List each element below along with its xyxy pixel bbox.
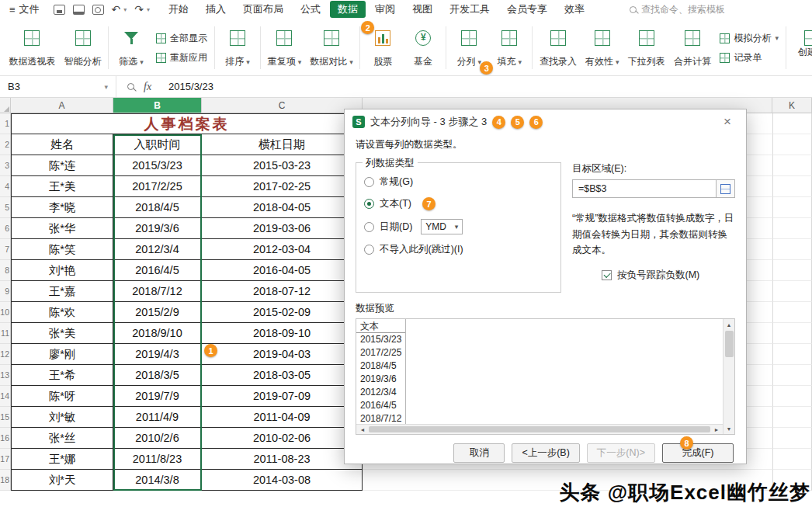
cell-dash-date[interactable]: 2011-04-09 xyxy=(202,407,363,428)
menu-tab[interactable]: 开始 xyxy=(161,1,196,18)
ribbon-button[interactable]: 基金 xyxy=(403,20,443,75)
row-number[interactable]: 4 xyxy=(0,176,11,197)
cell-join-date[interactable]: 2015/3/23 xyxy=(113,155,202,176)
menu-tab[interactable]: 插入 xyxy=(198,1,234,18)
empty-cell[interactable] xyxy=(772,428,812,449)
preview-column-header[interactable]: 文本 xyxy=(356,319,405,333)
cell-name[interactable]: 王*娜 xyxy=(11,449,113,470)
row-number[interactable]: 5 xyxy=(0,197,11,218)
save-icon[interactable] xyxy=(54,5,65,15)
file-menu[interactable]: ≡ 文件 xyxy=(6,2,43,16)
menu-tab[interactable]: 公式 xyxy=(293,1,328,18)
empty-cell[interactable] xyxy=(772,134,812,155)
cell-name[interactable]: 王*嘉 xyxy=(11,281,113,302)
cell-join-date[interactable]: 2019/7/9 xyxy=(113,386,202,407)
cell-join-date[interactable]: 2016/4/5 xyxy=(113,260,202,281)
cell-dash-date[interactable]: 2019-04-03 xyxy=(202,344,363,365)
cell-join-date[interactable]: 2014/3/8 xyxy=(113,470,202,491)
ribbon-button[interactable]: 排序▾ xyxy=(217,20,258,75)
scroll-left-icon[interactable]: ◄ xyxy=(358,425,367,434)
scroll-up-icon[interactable]: ▲ xyxy=(724,319,734,330)
cell-dash-date[interactable]: 2014-03-08 xyxy=(202,470,363,491)
cell-name[interactable]: 陈*欢 xyxy=(11,302,113,323)
cell-dash-date[interactable]: 2011-08-23 xyxy=(202,449,363,470)
cell-dash-date[interactable]: 2015-02-09 xyxy=(202,302,363,323)
cell-name[interactable]: 王*希 xyxy=(11,365,113,386)
cell-dash-date[interactable]: 2019-07-09 xyxy=(202,386,363,407)
empty-cell[interactable] xyxy=(772,323,812,344)
close-icon[interactable]: × xyxy=(717,114,738,130)
empty-cell[interactable] xyxy=(772,386,812,407)
command-search[interactable]: 查找命令、搜索模板 xyxy=(630,3,806,16)
print-icon[interactable] xyxy=(73,5,85,15)
cell-name[interactable]: 陈*笑 xyxy=(11,239,113,260)
insert-function-button[interactable]: fx xyxy=(144,81,151,93)
cell-dash-date[interactable]: 2018-04-05 xyxy=(202,197,363,218)
column-header-A[interactable]: A xyxy=(11,98,113,113)
menu-tab[interactable]: 效率 xyxy=(557,1,592,18)
row-number[interactable]: 8 xyxy=(0,260,11,281)
ribbon-button[interactable]: 重复项▾ xyxy=(263,20,306,75)
undo-icon[interactable]: ↶ xyxy=(112,4,121,15)
menu-tab[interactable]: 数据 xyxy=(330,1,366,18)
search-icon[interactable] xyxy=(127,83,134,90)
cell-dash-date[interactable]: 2018-07-12 xyxy=(202,281,363,302)
empty-cell[interactable] xyxy=(772,176,812,197)
scroll-right-icon[interactable]: ► xyxy=(712,425,721,434)
table-header-cell[interactable]: 入职时间 xyxy=(113,134,202,155)
cell-name[interactable]: 张*丝 xyxy=(11,428,113,449)
ribbon-button[interactable]: 数据透视表 xyxy=(5,20,60,75)
ribbon-button[interactable]: 数据对比▾ xyxy=(306,20,358,75)
cell-dash-date[interactable]: 2018-09-10 xyxy=(202,323,363,344)
cell-name[interactable]: 王*美 xyxy=(11,176,113,197)
formula-value[interactable]: 2015/3/23 xyxy=(162,81,213,92)
ribbon-button[interactable]: 模拟分析▾ xyxy=(720,32,779,45)
ribbon-button[interactable]: 合并计算 xyxy=(669,20,715,75)
empty-cell[interactable] xyxy=(772,239,812,260)
row-number[interactable]: 16 xyxy=(0,428,11,449)
menu-tab[interactable]: 审阅 xyxy=(367,1,403,18)
empty-cell[interactable] xyxy=(772,302,812,323)
table-title-cell[interactable]: 人事档案表 xyxy=(11,113,363,134)
select-all-button[interactable] xyxy=(0,98,11,113)
row-number[interactable]: 3 xyxy=(0,155,11,176)
row-number[interactable]: 7 xyxy=(0,239,11,260)
cell-join-date[interactable]: 2019/3/6 xyxy=(113,218,202,239)
column-header-C[interactable]: C xyxy=(202,98,363,113)
row-number[interactable]: 18 xyxy=(0,470,11,491)
cell-join-date[interactable]: 2018/3/5 xyxy=(113,365,202,386)
scrollbar-thumb[interactable] xyxy=(369,426,710,432)
menu-tab[interactable]: 视图 xyxy=(404,1,440,18)
cell-join-date[interactable]: 2011/4/9 xyxy=(113,407,202,428)
empty-cell[interactable] xyxy=(772,197,812,218)
preview-vertical-scrollbar[interactable]: ▲ ▼ xyxy=(723,319,734,434)
preview-horizontal-scrollbar[interactable]: ◄ ► xyxy=(356,424,723,434)
empty-cell[interactable] xyxy=(772,281,812,302)
date-format-dropdown[interactable]: YMD▾ xyxy=(421,219,463,234)
cell-name[interactable]: 李*晓 xyxy=(11,197,113,218)
negative-number-checkbox[interactable]: 按负号跟踪负数(M) xyxy=(602,269,735,282)
row-number[interactable]: 2 xyxy=(0,134,11,155)
cell-join-date[interactable]: 2010/2/6 xyxy=(113,428,202,449)
cell-name[interactable]: 刘*天 xyxy=(11,470,113,491)
cell-dash-date[interactable]: 2017-02-25 xyxy=(202,176,363,197)
cell-join-date[interactable]: 2011/8/23 xyxy=(113,449,202,470)
row-number[interactable]: 14 xyxy=(0,386,11,407)
cell-name[interactable]: 刘*敏 xyxy=(11,407,113,428)
cell-dash-date[interactable]: 2019-03-06 xyxy=(202,218,363,239)
empty-cell[interactable] xyxy=(772,365,812,386)
ribbon-button[interactable]: 有效性▾ xyxy=(581,20,623,75)
empty-cell[interactable] xyxy=(772,449,812,470)
cell-name[interactable]: 张*美 xyxy=(11,323,113,344)
radio-option[interactable]: 文本(T)7 xyxy=(364,197,553,210)
ribbon-button[interactable]: 全部显示 xyxy=(156,32,207,45)
cell-join-date[interactable]: 2017/2/25 xyxy=(113,176,202,197)
ribbon-button[interactable]: 股票2 xyxy=(363,20,403,75)
row-number[interactable]: 10 xyxy=(0,302,11,323)
row-number[interactable]: 13 xyxy=(0,365,11,386)
menu-tab[interactable]: 会员专享 xyxy=(499,1,555,18)
table-header-cell[interactable]: 姓名 xyxy=(11,134,113,155)
ribbon-button[interactable]: 记录单 xyxy=(720,51,779,64)
radio-option[interactable]: 日期(D)YMD▾ xyxy=(364,219,553,234)
cell-name[interactable]: 廖*刚 xyxy=(11,344,113,365)
